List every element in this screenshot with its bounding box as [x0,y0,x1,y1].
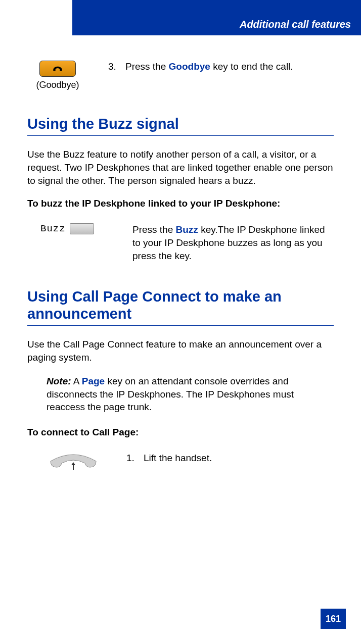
step-number: 1. [126,452,137,465]
step-3-text: 3. Press the Goodbye key to end the call… [108,61,334,73]
section-heading-buzz: Using the Buzz signal [27,116,334,132]
step-body: Lift the handset. [144,452,212,465]
buzz-step-text: Press the Buzz key.The IP Deskphone link… [132,223,334,262]
step-3-row: (Goodbye) 3. Press the Goodbye key to en… [27,61,334,90]
goodbye-key-figure: (Goodbye) [27,61,88,90]
section-heading-callpage: Using Call Page Connect to make an annou… [27,288,334,322]
buzz-keyword: Buzz [176,224,198,235]
goodbye-key-label: (Goodbye) [36,80,79,90]
buzz-subheading: To buzz the IP Deskphone linked to your … [27,198,334,209]
header-bar: Additional call features [72,0,361,35]
handset-figure [40,452,106,474]
buzz-step-row: Buzz Press the Buzz key.The IP Deskphone… [27,223,334,262]
step-1-text: 1. Lift the handset. [126,452,334,465]
note-label: Note: [47,376,71,386]
step-number: 3. [108,61,118,73]
page-keyword: Page [82,376,105,386]
step-1-row: 1. Lift the handset. [27,452,334,474]
goodbye-keyword: Goodbye [169,61,210,72]
content-area: (Goodbye) 3. Press the Goodbye key to en… [27,61,334,500]
header-title: Additional call features [240,19,351,30]
lift-handset-icon [46,452,101,474]
callpage-body-text: Use the Call Page Connect feature to mak… [27,338,334,364]
softkey-icon [70,223,94,234]
section-rule-2 [27,325,334,326]
buzz-softkey-figure: Buzz [40,223,116,234]
buzz-body-text: Use the Buzz feature to notify another p… [27,148,334,187]
buzz-softkey-label: Buzz [40,223,66,234]
step-body: Press the Goodbye key to end the call. [125,61,293,73]
phone-down-icon [51,62,64,75]
section-rule [27,135,334,136]
callpage-subheading: To connect to Call Page: [27,427,334,438]
page-number-badge: 161 [321,609,346,629]
goodbye-key-icon [39,61,76,77]
note-block: Note: A Page key on an attendant console… [27,375,334,414]
